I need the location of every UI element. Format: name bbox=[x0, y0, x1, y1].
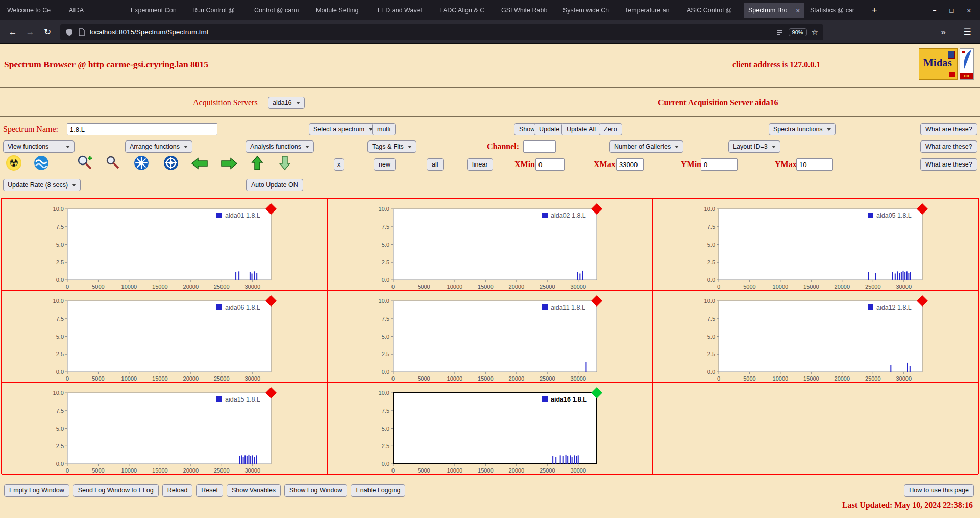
empty-log-window-button[interactable]: Empty Log Window bbox=[4, 484, 69, 497]
tab-aida[interactable]: AIDA bbox=[64, 3, 125, 18]
spectrum-name-input[interactable] bbox=[67, 123, 217, 135]
what-are-these-button-2[interactable]: What are these? bbox=[920, 140, 977, 153]
tab-close-icon[interactable]: × bbox=[796, 7, 800, 14]
what-are-these-button-3[interactable]: What are these? bbox=[920, 158, 977, 171]
reader-mode-icon[interactable] bbox=[776, 28, 784, 36]
ymin-input[interactable] bbox=[701, 158, 738, 171]
tab-statistics-car[interactable]: Statistics @ car bbox=[805, 3, 866, 18]
tab-system-wide-ch[interactable]: System wide Ch bbox=[558, 3, 619, 18]
zoom-in-icon[interactable] bbox=[77, 154, 93, 171]
tab-experiment-con[interactable]: Experiment Con bbox=[126, 3, 187, 18]
back-button[interactable]: ← bbox=[5, 25, 20, 40]
tab-run-control[interactable]: Run Control @ bbox=[188, 3, 249, 18]
maximize-button[interactable]: □ bbox=[950, 7, 954, 14]
blue-wheel-icon-2[interactable] bbox=[163, 155, 179, 171]
tab-control-carm[interactable]: Control @ carm bbox=[250, 3, 310, 18]
all-button[interactable]: all bbox=[427, 158, 444, 171]
analysis-functions-dropdown[interactable]: Analysis functions bbox=[246, 140, 314, 153]
spectrum-cell-aida05[interactable]: 0500010000150002000025000300000.02.55.07… bbox=[653, 199, 978, 291]
enable-logging-button[interactable]: Enable Logging bbox=[351, 484, 405, 497]
new-tab-button[interactable]: + bbox=[867, 3, 882, 18]
update-rate-dropdown[interactable]: Update Rate (8 secs) bbox=[3, 179, 81, 191]
svg-text:20000: 20000 bbox=[183, 284, 199, 290]
pan-down-arrow-icon[interactable] bbox=[279, 155, 291, 171]
arrange-functions-label: Arrange functions bbox=[130, 143, 180, 150]
svg-text:25000: 25000 bbox=[214, 375, 230, 382]
minimize-button[interactable]: − bbox=[933, 7, 937, 14]
spectrum-cell-aida02[interactable]: 0500010000150002000025000300000.02.55.07… bbox=[327, 199, 653, 291]
tab-label: Spectrum Bro bbox=[748, 7, 794, 14]
svg-text:15000: 15000 bbox=[152, 375, 168, 382]
browser-reload-button[interactable]: ↻ bbox=[40, 25, 55, 40]
zero-button[interactable]: Zero bbox=[599, 123, 622, 135]
water-sphere-icon[interactable] bbox=[34, 155, 49, 171]
svg-text:10.0: 10.0 bbox=[53, 298, 64, 304]
tab-welcome-to-ce[interactable]: Welcome to Ce bbox=[3, 3, 63, 18]
tab-temperature-an[interactable]: Temperature an bbox=[620, 3, 681, 18]
linear-button[interactable]: linear bbox=[467, 158, 493, 171]
layout-id-dropdown[interactable]: Layout ID=3 bbox=[728, 140, 780, 153]
x-button[interactable]: x bbox=[334, 158, 344, 171]
what-are-these-button-1[interactable]: What are these? bbox=[920, 123, 977, 135]
tab-label: Temperature an bbox=[625, 7, 676, 14]
xmin-label: XMin bbox=[514, 160, 535, 169]
spectrum-cell-aida15[interactable]: 0500010000150002000025000300000.02.55.07… bbox=[2, 383, 327, 475]
menu-hamburger-icon[interactable]: ☰ bbox=[960, 25, 975, 40]
spectrum-chart-aida11: 0500010000150002000025000300000.02.55.07… bbox=[328, 291, 652, 382]
tags-and-fits-dropdown[interactable]: Tags & Fits bbox=[368, 140, 416, 153]
radioactive-icon[interactable]: ☢ bbox=[6, 155, 21, 171]
view-functions-dropdown[interactable]: View functions bbox=[3, 140, 75, 153]
tab-spectrum-bro[interactable]: Spectrum Bro× bbox=[744, 3, 804, 18]
send-log-window-to-elog-button[interactable]: Send Log Window to ELog bbox=[73, 484, 159, 497]
blue-wheel-icon-1[interactable] bbox=[134, 155, 149, 171]
spectrum-cell-aida06[interactable]: 0500010000150002000025000300000.02.55.07… bbox=[2, 291, 327, 383]
zoom-out-icon[interactable] bbox=[106, 155, 120, 170]
show-log-window-button[interactable]: Show Log Window bbox=[284, 484, 348, 497]
spectrum-chart-aida02: 0500010000150002000025000300000.02.55.07… bbox=[328, 199, 652, 290]
svg-text:15000: 15000 bbox=[478, 375, 494, 382]
spectrum-cell-aida16[interactable]: 0500010000150002000025000300000.02.55.07… bbox=[327, 383, 653, 475]
ymax-input[interactable] bbox=[796, 158, 833, 171]
number-of-galleries-dropdown[interactable]: Number of Galleries bbox=[609, 140, 683, 153]
acquisition-server-select[interactable]: aida16 bbox=[268, 97, 305, 109]
page-info-icon[interactable] bbox=[78, 28, 85, 36]
xmax-input[interactable] bbox=[616, 158, 644, 171]
auto-update-button[interactable]: Auto Update ON bbox=[246, 179, 303, 191]
reload-button[interactable]: Reload bbox=[162, 484, 193, 497]
forward-button[interactable]: → bbox=[22, 25, 38, 40]
pan-right-arrow-icon[interactable] bbox=[220, 157, 238, 170]
arrange-functions-dropdown[interactable]: Arrange functions bbox=[125, 140, 192, 153]
select-a-spectrum-dropdown[interactable]: Select a spectrum bbox=[309, 123, 377, 135]
svg-text:10.0: 10.0 bbox=[379, 206, 389, 212]
url-bar[interactable]: localhost:8015/Spectrum/Spectrum.tml 90%… bbox=[60, 24, 823, 40]
tab-asic-control[interactable]: ASIC Control @ bbox=[682, 3, 743, 18]
zoom-indicator[interactable]: 90% bbox=[789, 28, 807, 36]
multi-button[interactable]: multi bbox=[372, 123, 396, 135]
tab-gsi-white-rabb[interactable]: GSI White Rabb bbox=[497, 3, 557, 18]
reset-button[interactable]: Reset bbox=[196, 484, 223, 497]
tab-led-and-wavef[interactable]: LED and Wavef bbox=[373, 3, 434, 18]
bookmark-star-icon[interactable]: ☆ bbox=[812, 28, 818, 37]
tcl-logo[interactable]: TCL bbox=[960, 48, 974, 80]
url-path: /Spectrum/Spectrum.tml bbox=[134, 28, 208, 36]
update-button[interactable]: Update bbox=[534, 123, 565, 135]
xmin-input[interactable] bbox=[535, 158, 565, 171]
pan-up-arrow-icon[interactable] bbox=[251, 155, 263, 171]
close-window-button[interactable]: × bbox=[967, 7, 971, 14]
tab-label: FADC Align & C bbox=[439, 7, 491, 14]
midas-logo[interactable]: Midas bbox=[919, 48, 958, 80]
tab-fadc-align-c[interactable]: FADC Align & C bbox=[435, 3, 496, 18]
update-all-button[interactable]: Update All bbox=[561, 123, 601, 135]
show-variables-button[interactable]: Show Variables bbox=[227, 484, 281, 497]
spectrum-cell-aida01[interactable]: 0500010000150002000025000300000.02.55.07… bbox=[2, 199, 327, 291]
how-to-use-button[interactable]: How to use this page bbox=[904, 484, 974, 497]
spectrum-cell-aida12[interactable]: 0500010000150002000025000300000.02.55.07… bbox=[653, 291, 978, 383]
pan-left-arrow-icon[interactable] bbox=[191, 157, 208, 170]
new-button[interactable]: new bbox=[374, 158, 396, 171]
spectra-functions-dropdown[interactable]: Spectra functions bbox=[769, 123, 836, 135]
tab-module-setting[interactable]: Module Setting bbox=[311, 3, 372, 18]
shield-icon[interactable] bbox=[65, 28, 74, 36]
overflow-chevron-icon[interactable]: » bbox=[936, 25, 951, 40]
channel-input[interactable] bbox=[523, 140, 556, 153]
spectrum-cell-aida11[interactable]: 0500010000150002000025000300000.02.55.07… bbox=[327, 291, 653, 383]
